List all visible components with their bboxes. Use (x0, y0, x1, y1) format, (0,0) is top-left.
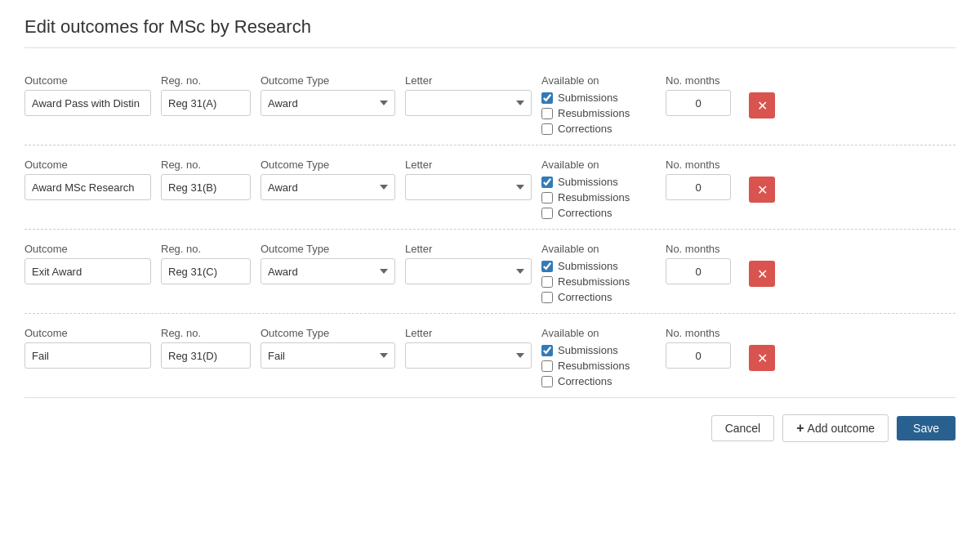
plus-icon: + (796, 421, 804, 436)
resubmissions-checkbox-2[interactable] (541, 192, 553, 203)
submissions-checkbox-3[interactable] (541, 261, 553, 272)
letter-field-group-2: Letter (405, 159, 532, 200)
corrections-checkbox-label-4[interactable]: Corrections (541, 375, 656, 387)
submissions-checkbox-label-3[interactable]: Submissions (541, 260, 656, 272)
corrections-checkbox-label-1[interactable]: Corrections (541, 123, 656, 135)
resubmissions-checkbox-label-1[interactable]: Resubmissions (541, 107, 656, 119)
months-input-4[interactable] (666, 342, 731, 369)
outcome-input-4[interactable] (24, 342, 151, 369)
submissions-text-3: Submissions (558, 260, 618, 272)
regno-input-3[interactable] (161, 258, 251, 284)
available-label-4: Available on (541, 327, 656, 339)
months-field-group-3: No. months (666, 243, 739, 284)
submissions-text-2: Submissions (558, 176, 618, 188)
add-outcome-label: Add outcome (808, 422, 875, 435)
corrections-checkbox-label-3[interactable]: Corrections (541, 291, 656, 303)
corrections-checkbox-2[interactable] (541, 208, 553, 219)
letter-select-3[interactable] (405, 258, 532, 284)
available-label-3: Available on (541, 243, 656, 255)
type-label-1: Outcome Type (261, 74, 395, 87)
corrections-checkbox-1[interactable] (541, 123, 553, 135)
months-input-1[interactable] (666, 90, 731, 116)
corrections-checkbox-label-2[interactable]: Corrections (541, 207, 656, 219)
corrections-text-4: Corrections (558, 375, 612, 387)
resubmissions-checkbox-label-4[interactable]: Resubmissions (541, 360, 656, 372)
outcome-input-3[interactable] (24, 258, 151, 284)
checkbox-group-4: Submissions Resubmissions Corrections (541, 342, 656, 387)
outcome-input-2[interactable] (24, 174, 151, 200)
months-field-group-2: No. months (666, 159, 739, 200)
delete-button-2[interactable]: ✕ (749, 177, 775, 203)
page-title: Edit outcomes for MSc by Research (24, 16, 956, 48)
checkbox-group-1: Submissions Resubmissions Corrections (541, 90, 656, 135)
submissions-text-4: Submissions (558, 344, 618, 356)
submissions-checkbox-1[interactable] (541, 92, 553, 104)
letter-field-group-4: Letter (405, 327, 532, 369)
type-field-group-1: Outcome Type AwardFailCorrectionsResubmi… (261, 74, 395, 116)
outcome-row-1: Outcome Reg. no. Outcome Type AwardFailC… (24, 61, 956, 145)
footer: Cancel + Add outcome Save (24, 398, 956, 450)
available-field-group-1: Available on Submissions Resubmissions C… (541, 74, 656, 135)
add-outcome-button[interactable]: + Add outcome (782, 414, 889, 442)
delete-button-4[interactable]: ✕ (749, 345, 775, 371)
submissions-checkbox-4[interactable] (541, 345, 553, 356)
type-field-group-3: Outcome Type AwardFailCorrectionsResubmi… (261, 243, 395, 284)
corrections-checkbox-4[interactable] (541, 376, 553, 387)
resubmissions-checkbox-label-2[interactable]: Resubmissions (541, 191, 656, 203)
checkbox-group-3: Submissions Resubmissions Corrections (541, 258, 656, 303)
save-button[interactable]: Save (897, 416, 956, 440)
type-field-group-4: Outcome Type AwardFailCorrectionsResubmi… (261, 327, 395, 369)
letter-field-group-3: Letter (405, 243, 532, 284)
months-label-2: No. months (666, 159, 739, 171)
available-label-2: Available on (541, 159, 656, 171)
type-label-2: Outcome Type (261, 159, 395, 171)
outcome-field-group-1: Outcome (24, 74, 151, 116)
cancel-button[interactable]: Cancel (711, 415, 775, 441)
outcome-type-select-2[interactable]: AwardFailCorrectionsResubmission (261, 174, 395, 200)
regno-input-4[interactable] (161, 342, 251, 369)
outcome-label-1: Outcome (24, 74, 151, 87)
letter-select-2[interactable] (405, 174, 532, 200)
corrections-text-1: Corrections (558, 123, 612, 135)
regno-field-group-2: Reg. no. (161, 159, 251, 200)
submissions-checkbox-label-2[interactable]: Submissions (541, 176, 656, 188)
resubmissions-text-4: Resubmissions (558, 360, 630, 372)
resubmissions-checkbox-1[interactable] (541, 108, 553, 119)
outcome-label-2: Outcome (24, 159, 151, 171)
outcome-input-1[interactable] (24, 90, 151, 116)
corrections-text-3: Corrections (558, 291, 612, 303)
letter-label-4: Letter (405, 327, 532, 339)
regno-input-1[interactable] (161, 90, 251, 116)
outcome-field-group-4: Outcome (24, 327, 151, 369)
months-label-1: No. months (666, 74, 739, 87)
months-input-3[interactable] (666, 258, 731, 284)
resubmissions-checkbox-4[interactable] (541, 360, 553, 372)
outcome-row-2: Outcome Reg. no. Outcome Type AwardFailC… (24, 145, 956, 230)
submissions-checkbox-label-4[interactable]: Submissions (541, 344, 656, 356)
letter-field-group-1: Letter (405, 74, 532, 116)
regno-input-2[interactable] (161, 174, 251, 200)
outcome-field-group-3: Outcome (24, 243, 151, 284)
months-field-group-4: No. months (666, 327, 739, 369)
submissions-checkbox-2[interactable] (541, 177, 553, 188)
outcome-type-select-3[interactable]: AwardFailCorrectionsResubmission (261, 258, 395, 284)
months-input-2[interactable] (666, 174, 731, 200)
outcome-type-select-1[interactable]: AwardFailCorrectionsResubmission (261, 90, 395, 116)
resubmissions-checkbox-3[interactable] (541, 276, 553, 288)
corrections-checkbox-3[interactable] (541, 292, 553, 303)
resubmissions-checkbox-label-3[interactable]: Resubmissions (541, 275, 656, 288)
letter-select-4[interactable] (405, 342, 532, 369)
regno-field-group-1: Reg. no. (161, 74, 251, 116)
regno-label-4: Reg. no. (161, 327, 251, 339)
delete-button-1[interactable]: ✕ (749, 92, 775, 119)
type-label-3: Outcome Type (261, 243, 395, 255)
outcome-type-select-4[interactable]: AwardFailCorrectionsResubmission (261, 342, 395, 369)
delete-button-3[interactable]: ✕ (749, 261, 775, 287)
letter-select-1[interactable] (405, 90, 532, 116)
outcome-label-3: Outcome (24, 243, 151, 255)
resubmissions-text-3: Resubmissions (558, 275, 630, 288)
submissions-checkbox-label-1[interactable]: Submissions (541, 92, 656, 104)
months-label-4: No. months (666, 327, 739, 339)
available-field-group-4: Available on Submissions Resubmissions C… (541, 327, 656, 387)
type-field-group-2: Outcome Type AwardFailCorrectionsResubmi… (261, 159, 395, 200)
